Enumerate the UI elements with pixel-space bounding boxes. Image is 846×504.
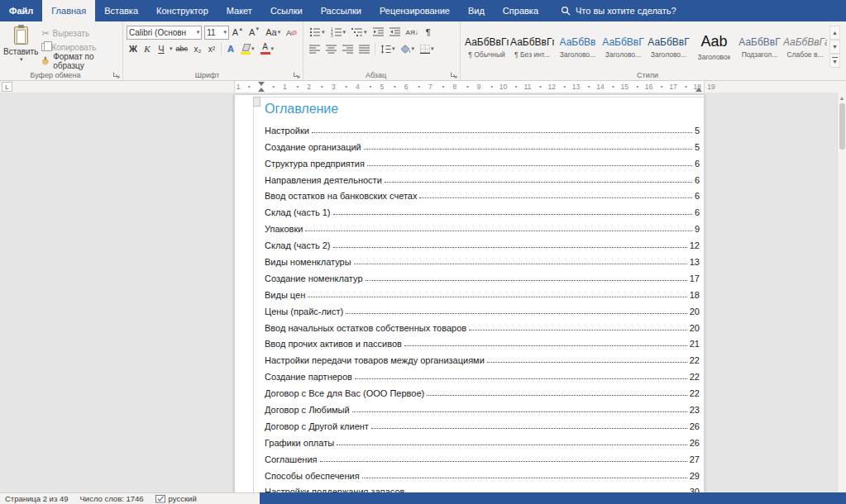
- ribbon-tab[interactable]: Рецензирование: [370, 0, 459, 21]
- toc-entry[interactable]: Договор с Другой клиент 26: [265, 417, 700, 434]
- ribbon-tab[interactable]: Справка: [494, 0, 547, 21]
- align-center-button[interactable]: [323, 41, 339, 56]
- toc-entry[interactable]: Создание номенклатур 17: [265, 269, 700, 286]
- cut-button[interactable]: ✂ Вырезать: [41, 27, 119, 39]
- style-item[interactable]: Aab Заголовок: [691, 26, 737, 69]
- ribbon-tab[interactable]: Ссылки: [261, 0, 312, 21]
- line-spacing-button[interactable]: ▾: [378, 41, 398, 56]
- ribbon-tab[interactable]: Конструктор: [147, 0, 217, 21]
- change-case-button[interactable]: Аа ▾: [263, 25, 283, 40]
- underline-dropdown-icon[interactable]: ▾: [170, 45, 173, 52]
- ribbon-tab[interactable]: Вставка: [95, 0, 147, 21]
- toc-entry[interactable]: Настройки передачи товаров между организ…: [265, 351, 700, 368]
- toc-page-number: 17: [690, 273, 700, 283]
- clipboard-dialog-launcher[interactable]: [112, 71, 121, 79]
- underline-button[interactable]: Ч: [155, 41, 168, 56]
- align-left-button[interactable]: [307, 41, 323, 56]
- hanging-indent-marker[interactable]: [258, 88, 265, 92]
- content-control-handle[interactable]: [253, 97, 260, 107]
- justify-button[interactable]: [356, 41, 372, 56]
- toc-entry[interactable]: Склад (часть 2) 12: [265, 236, 700, 253]
- toc-entry[interactable]: Направления деятельности 6: [265, 171, 700, 188]
- style-label: Подзагол...: [742, 50, 778, 59]
- style-item[interactable]: АаБбВвГг ¶ Без инт...: [509, 26, 555, 69]
- paragraph-dialog-launcher[interactable]: [450, 71, 458, 79]
- style-item[interactable]: АаБбВвГг ¶ Обычный: [464, 26, 509, 69]
- toc-entry[interactable]: Склад (часть 1) 6: [265, 203, 700, 220]
- show-paragraph-marks-button[interactable]: ¶: [422, 25, 435, 40]
- highlight-color-button[interactable]: ▾: [238, 41, 257, 56]
- ribbon-tab[interactable]: Рассылки: [312, 0, 370, 21]
- copy-button[interactable]: Копировать: [41, 41, 119, 53]
- tab-selector[interactable]: L: [2, 82, 12, 92]
- toc-entry[interactable]: Цены (прайс-лист) 20: [265, 302, 700, 319]
- font-family-combobox[interactable]: Calibri (Основн ▾: [127, 26, 202, 40]
- style-item[interactable]: АаБбВвГ Подзагол...: [737, 26, 782, 69]
- text-effects-button[interactable]: А: [224, 41, 237, 56]
- toc-entry[interactable]: Графики оплаты 26: [265, 434, 700, 450]
- toc-entry[interactable]: Создание партнеров 22: [265, 368, 700, 384]
- first-line-indent-marker[interactable]: [258, 82, 265, 86]
- bullets-button[interactable]: ▾: [307, 25, 327, 40]
- sort-button[interactable]: АЯ ↓: [404, 25, 421, 40]
- toc-entry[interactable]: Виды цен 18: [265, 286, 700, 302]
- styles-scroll-up-button[interactable]: ▲: [829, 26, 840, 40]
- svg-text:А: А: [286, 28, 292, 37]
- toc-entry[interactable]: Договор с Любимый 23: [265, 401, 700, 417]
- style-item[interactable]: АаБбВв Заголово...: [555, 26, 600, 69]
- ribbon-tab[interactable]: Вид: [459, 0, 494, 21]
- toc-entry[interactable]: Договор с Все для Вас (ООО Первое) 22: [265, 384, 700, 401]
- style-item[interactable]: АаБбВвГг Слабое в...: [782, 26, 828, 69]
- subscript-button[interactable]: x₂: [191, 41, 204, 56]
- style-item[interactable]: АаБбВвГ Заголово...: [646, 26, 691, 69]
- proofing-status[interactable]: русский: [155, 494, 197, 503]
- align-right-button[interactable]: [340, 41, 356, 56]
- tell-me-search[interactable]: Что вы хотите сделать?: [561, 0, 676, 21]
- styles-more-button[interactable]: ▼: [829, 54, 840, 68]
- ribbon-tab[interactable]: Файл: [0, 0, 42, 21]
- right-indent-marker[interactable]: [695, 88, 702, 92]
- format-painter-button[interactable]: Формат по образцу: [41, 55, 119, 67]
- grow-font-button[interactable]: А▲: [230, 25, 246, 40]
- strikethrough-button[interactable]: abc: [174, 41, 191, 56]
- font-color-button[interactable]: А ▾: [258, 41, 277, 56]
- page-indicator[interactable]: Страница 2 из 49: [5, 494, 69, 503]
- shrink-font-button[interactable]: А▼: [246, 25, 262, 40]
- bold-button[interactable]: Ж: [127, 41, 140, 56]
- italic-button[interactable]: К: [141, 41, 154, 56]
- shading-button[interactable]: ▾: [399, 41, 418, 56]
- toc-entry[interactable]: Ввод прочих активов и пассивов 21: [265, 335, 700, 352]
- clear-formatting-button[interactable]: А: [284, 25, 299, 40]
- toc-entry[interactable]: Способы обеспечения 29: [265, 467, 700, 483]
- numbering-button[interactable]: 123 ▾: [328, 25, 349, 40]
- toc-dot-leader: [354, 264, 687, 264]
- styles-scroll-down-button[interactable]: ▼: [829, 40, 840, 54]
- multilevel-list-button[interactable]: ▾: [349, 25, 370, 40]
- increase-indent-button[interactable]: [387, 25, 403, 40]
- scrollbar-thumb[interactable]: [839, 103, 845, 150]
- scroll-up-icon[interactable]: ▲: [838, 93, 846, 102]
- paste-dropdown-icon[interactable]: ▾: [20, 56, 23, 63]
- vertical-scrollbar[interactable]: ▲: [837, 93, 846, 492]
- superscript-button[interactable]: x²: [205, 41, 218, 56]
- toc-entry[interactable]: Упаковки 9: [265, 220, 700, 236]
- toc-entry[interactable]: Ввод начальных остатков собственных това…: [265, 319, 700, 335]
- toc-entry[interactable]: Структура предприятия 6: [265, 155, 700, 171]
- font-dialog-launcher[interactable]: [293, 71, 301, 79]
- toc-entry[interactable]: Виды номенклатуры 13: [265, 253, 700, 269]
- style-item[interactable]: АаБбВвГ Заголово...: [600, 26, 646, 69]
- paste-button[interactable]: Вставить ▾: [3, 24, 38, 69]
- shrink-font-glyph: А: [249, 27, 255, 37]
- font-size-combobox[interactable]: 11 ▾: [204, 26, 229, 40]
- toc-page-number: 27: [690, 454, 700, 464]
- toc-entry[interactable]: Соглашения 27: [265, 450, 700, 467]
- toc-entry[interactable]: Ввод остатков на банковских счетах 6: [265, 188, 700, 204]
- decrease-indent-button[interactable]: [370, 25, 386, 40]
- toc-entry[interactable]: Создание организаций 5: [265, 138, 700, 155]
- borders-button[interactable]: ▾: [418, 41, 437, 56]
- toc-entry[interactable]: Настройки поддержания запасов 30: [265, 483, 700, 492]
- ribbon-tab[interactable]: Макет: [217, 0, 261, 21]
- ribbon-tab[interactable]: Главная: [42, 0, 95, 21]
- toc-entry[interactable]: Настройки 5: [265, 121, 700, 138]
- word-count[interactable]: Число слов: 1746: [80, 494, 144, 503]
